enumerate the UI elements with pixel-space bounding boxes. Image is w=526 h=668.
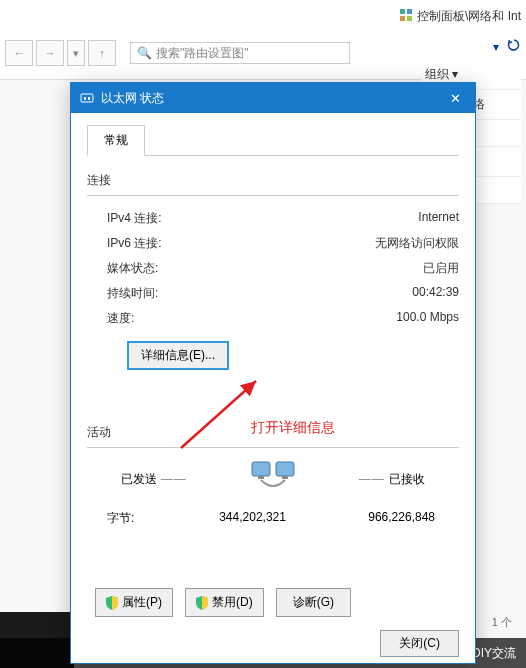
row-ipv4: IPv4 连接: Internet xyxy=(87,206,459,231)
media-label: 媒体状态: xyxy=(107,260,158,277)
item-count: 1 个 xyxy=(492,615,512,630)
activity-row: 已发送 —— —— 已接收 xyxy=(87,458,459,500)
row-duration: 持续时间: 00:42:39 xyxy=(87,281,459,306)
row-media: 媒体状态: 已启用 xyxy=(87,256,459,281)
svg-rect-8 xyxy=(252,462,270,476)
nav-back-button[interactable]: ← xyxy=(5,40,33,66)
connection-section: 连接 IPv4 连接: Internet IPv6 连接: 无网络访问权限 媒体… xyxy=(87,172,459,370)
dashes: —— xyxy=(359,472,389,486)
nav-buttons: ← → ▾ ↑ xyxy=(5,40,116,66)
network-activity-icon xyxy=(248,458,298,500)
row-speed: 速度: 100.0 Mbps xyxy=(87,306,459,331)
tab-header: 常规 xyxy=(87,125,459,156)
button-row: 属性(P) 禁用(D) 诊断(G) xyxy=(87,588,459,617)
search-box[interactable]: 🔍 搜索"路由设置图" xyxy=(130,42,350,64)
tab-general[interactable]: 常规 xyxy=(87,125,145,156)
recv-bytes: 966,226,848 xyxy=(316,510,435,527)
shield-icon xyxy=(106,596,118,610)
svg-rect-10 xyxy=(258,476,264,479)
shield-icon xyxy=(196,596,208,610)
connection-header: 连接 xyxy=(87,172,459,195)
ipv4-value: Internet xyxy=(418,210,459,227)
diagnose-button[interactable]: 诊断(G) xyxy=(276,588,351,617)
chevron-down-icon: ▾ xyxy=(493,40,499,54)
sent-side: 已发送 —— xyxy=(99,471,209,488)
row-ipv6: IPv6 连接: 无网络访问权限 xyxy=(87,231,459,256)
duration-value: 00:42:39 xyxy=(412,285,459,302)
svg-rect-1 xyxy=(407,9,412,14)
dialog-titlebar: 以太网 状态 ✕ xyxy=(71,83,475,113)
dialog-title: 以太网 状态 xyxy=(101,90,164,107)
ipv4-label: IPv4 连接: xyxy=(107,210,162,227)
recv-side: —— 已接收 xyxy=(337,471,447,488)
disable-button[interactable]: 禁用(D) xyxy=(185,588,264,617)
dashes: —— xyxy=(161,472,187,486)
media-value: 已启用 xyxy=(423,260,459,277)
svg-rect-0 xyxy=(400,9,405,14)
svg-rect-9 xyxy=(276,462,294,476)
search-placeholder: 搜索"路由设置图" xyxy=(156,45,249,62)
close-icon[interactable]: ✕ xyxy=(435,83,475,113)
duration-label: 持续时间: xyxy=(107,285,158,302)
ipv6-label: IPv6 连接: xyxy=(107,235,162,252)
divider xyxy=(87,195,459,196)
search-icon: 🔍 xyxy=(137,46,152,60)
bytes-row: 字节: 344,202,321 966,226,848 xyxy=(87,500,459,527)
svg-rect-4 xyxy=(81,94,93,102)
breadcrumb-text: 控制面板\网络和 Int xyxy=(417,8,521,25)
close-row: 关闭(C) xyxy=(380,630,459,657)
bg-right-toolbar: ▾ xyxy=(493,38,521,55)
nav-forward-button[interactable]: → xyxy=(36,40,64,66)
nav-up-button[interactable]: ↑ xyxy=(88,40,116,66)
svg-rect-5 xyxy=(84,97,86,100)
recv-label: 已接收 xyxy=(389,472,425,486)
activity-header: 活动 xyxy=(87,424,459,447)
ethernet-icon xyxy=(79,90,95,106)
speed-value: 100.0 Mbps xyxy=(396,310,459,327)
sent-label: 已发送 xyxy=(121,472,157,486)
refresh-icon[interactable] xyxy=(507,38,521,55)
divider xyxy=(87,447,459,448)
details-button[interactable]: 详细信息(E)... xyxy=(127,341,229,370)
svg-rect-3 xyxy=(407,16,412,21)
svg-rect-6 xyxy=(88,97,90,100)
speed-label: 速度: xyxy=(107,310,134,327)
ipv6-value: 无网络访问权限 xyxy=(375,235,459,252)
activity-section: 活动 已发送 —— —— xyxy=(87,424,459,527)
nav-history-button[interactable]: ▾ xyxy=(67,40,85,66)
bytes-label: 字节: xyxy=(107,510,167,527)
breadcrumb: 控制面板\网络和 Int xyxy=(399,8,521,25)
properties-button[interactable]: 属性(P) xyxy=(95,588,173,617)
svg-rect-2 xyxy=(400,16,405,21)
svg-rect-11 xyxy=(282,476,288,479)
control-panel-icon xyxy=(399,8,413,25)
sent-bytes: 344,202,321 xyxy=(167,510,286,527)
close-button[interactable]: 关闭(C) xyxy=(380,630,459,657)
ethernet-status-dialog: 以太网 状态 ✕ 常规 连接 IPv4 连接: Internet IPv6 连接… xyxy=(70,82,476,664)
